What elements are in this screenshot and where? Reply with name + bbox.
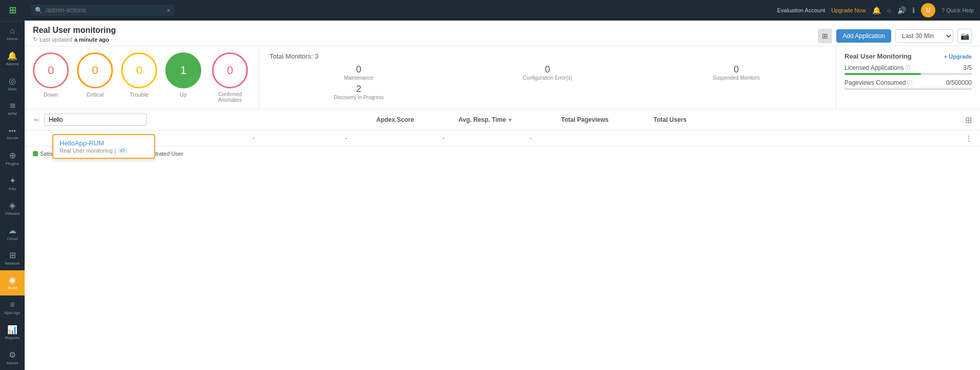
app-logo: ⊞ xyxy=(0,0,25,22)
quick-help[interactable]: ? Quick Help xyxy=(941,7,974,13)
network-icon: ⊞ xyxy=(9,250,16,260)
sidebar-item-k8s[interactable]: ✦ K8s xyxy=(0,171,25,195)
status-card-down: 0 Down xyxy=(33,52,69,103)
sidebar: ⊞ ⌂ Home 🔔 Alarms ◎ Web ≋ APM ▪▪▪ Server… xyxy=(0,0,25,370)
rum-licensed-label: Licensed Applications ⓘ xyxy=(844,64,910,71)
sidebar-item-applogs[interactable]: ≡ AppLogs xyxy=(0,295,25,320)
licensed-info-icon[interactable]: ⓘ xyxy=(905,64,910,71)
logo-icon: ⊞ xyxy=(9,5,16,16)
down-circle: 0 xyxy=(33,52,69,88)
config-error-label: Configuration Error(s) xyxy=(523,75,572,81)
speaker-icon[interactable]: 🔊 xyxy=(897,6,906,14)
circle-icon[interactable]: ○ xyxy=(887,6,891,14)
columns-icon[interactable]: ⊞ xyxy=(965,115,972,125)
add-application-button[interactable]: Add Application xyxy=(836,29,891,43)
k8s-icon: ✦ xyxy=(9,176,16,186)
pageviews-info-icon[interactable]: ⓘ xyxy=(907,79,912,86)
search-clear-icon[interactable]: ✕ xyxy=(166,8,170,13)
bell-icon[interactable]: 🔔 xyxy=(872,6,881,14)
col-header-apdex: Apdex Score xyxy=(376,116,458,123)
sidebar-item-cloud[interactable]: ☁ Cloud xyxy=(0,220,25,245)
refresh-icon[interactable]: ↻ xyxy=(33,36,37,43)
rum-info-title-text: Real User Monitoring xyxy=(844,52,912,60)
upgrade-link[interactable]: Upgrade Now xyxy=(831,7,866,13)
maintenance-label: Maintenance xyxy=(344,75,373,81)
col-header-users: Total Users xyxy=(654,116,736,123)
sidebar-label-cloud: Cloud xyxy=(7,237,18,241)
suggestion-name: HelloApp-RUM xyxy=(60,139,148,147)
app-search-input[interactable] xyxy=(44,114,147,126)
grid-toggle-button[interactable]: ⊞ xyxy=(818,29,832,43)
monitor-maintenance: 0 Maintenance xyxy=(270,64,448,81)
suggestion-sub: Real User monitoring | 🏷 xyxy=(60,147,148,154)
col-header-resp-time[interactable]: Avg. Resp. Time ▼ xyxy=(458,116,561,123)
row-resp-time: - xyxy=(295,135,397,142)
web-icon: ◎ xyxy=(9,76,16,86)
topbar: 🔍 ✕ Evaluation Account Upgrade Now 🔔 ○ 🔊… xyxy=(25,0,980,21)
sidebar-label-rum: RUM xyxy=(8,286,17,290)
time-filter-select[interactable]: Last 30 Min Last 1 Hour Last 24 Hours xyxy=(895,29,953,43)
suggestion-item-helloapp[interactable]: HelloApp-RUM Real User monitoring | 🏷 xyxy=(53,135,154,158)
sidebar-item-home[interactable]: ⌂ Home xyxy=(0,22,25,46)
home-icon: ⌂ xyxy=(10,26,15,35)
suspended-value: 0 xyxy=(734,64,739,75)
col-header-pageviews: Total Pageviews xyxy=(561,116,654,123)
eval-text: Evaluation Account xyxy=(777,7,825,13)
sidebar-item-network[interactable]: ⊞ Network xyxy=(0,246,25,270)
sidebar-item-reports[interactable]: 📊 Reports xyxy=(0,320,25,345)
help-icon: ? xyxy=(941,7,945,13)
up-value: 1 xyxy=(180,64,186,77)
sidebar-item-admin[interactable]: ⚙ Admin xyxy=(0,345,25,370)
plugins-icon: ⊕ xyxy=(9,151,16,160)
monitor-suspended: 0 Suspended Monitors xyxy=(647,64,825,81)
monitors-title: Total Monitors: 3 xyxy=(270,52,825,60)
anomaly-value: 0 xyxy=(227,64,233,77)
trouble-circle: 0 xyxy=(121,52,157,88)
sidebar-item-apm[interactable]: ≋ APM xyxy=(0,96,25,121)
rum-info-section: Real User Monitoring + Upgrade Licensed … xyxy=(836,46,980,109)
rum-pageviews-row: Pageviews Consumed ⓘ 0/500000 xyxy=(844,79,972,86)
back-button[interactable]: ← xyxy=(33,114,44,125)
apm-icon: ≋ xyxy=(9,101,16,110)
applogs-icon: ≡ xyxy=(10,300,14,309)
sidebar-label-vmware: VMware xyxy=(5,212,20,216)
search-input[interactable] xyxy=(46,7,148,14)
status-card-critical: 0 Critical xyxy=(77,52,113,103)
sidebar-label-network: Network xyxy=(5,262,20,266)
status-card-anomaly: 0 Confirmed Anomalies xyxy=(209,52,251,103)
status-card-up: 1 Up xyxy=(165,52,201,103)
content-area: Real User monitoring ↻ Last updated a mi… xyxy=(25,21,980,370)
page-title-area: Real User monitoring ↻ Last updated a mi… xyxy=(33,26,116,46)
config-error-value: 0 xyxy=(545,64,550,75)
rum-icon: ◉ xyxy=(9,275,16,285)
server-icon: ▪▪▪ xyxy=(9,127,16,135)
sidebar-item-plugins[interactable]: ⊕ Plugins xyxy=(0,146,25,171)
sidebar-item-web[interactable]: ◎ Web xyxy=(0,71,25,96)
search-box[interactable]: 🔍 ✕ xyxy=(31,5,175,16)
anomaly-label: Confirmed Anomalies xyxy=(209,91,251,103)
sidebar-label-home: Home xyxy=(7,37,17,41)
rum-licensed-value: 3/5 xyxy=(963,64,972,71)
row-apdex: - xyxy=(213,135,295,142)
sidebar-item-server[interactable]: ▪▪▪ Server xyxy=(0,121,25,145)
info-icon[interactable]: ℹ xyxy=(912,6,915,14)
sort-arrow-icon: ▼ xyxy=(508,117,513,123)
sidebar-label-plugins: Plugins xyxy=(6,162,19,166)
up-label: Up xyxy=(180,91,187,98)
topbar-right: Evaluation Account Upgrade Now 🔔 ○ 🔊 ℹ U… xyxy=(777,3,974,17)
sidebar-label-reports: Reports xyxy=(5,336,20,340)
rum-upgrade-link[interactable]: + Upgrade xyxy=(944,53,972,60)
sidebar-item-alarms[interactable]: 🔔 Alarms xyxy=(0,46,25,71)
sidebar-label-k8s: K8s xyxy=(9,187,16,191)
sidebar-label-server: Server xyxy=(6,136,18,140)
critical-value: 0 xyxy=(92,64,98,77)
last-updated: ↻ Last updated a minute ago xyxy=(33,36,116,43)
monitor-config-error: 0 Configuration Error(s) xyxy=(458,64,637,81)
page-title: Real User monitoring xyxy=(33,26,116,35)
alarms-icon: 🔔 xyxy=(7,51,17,61)
avatar[interactable]: U xyxy=(921,3,935,17)
sidebar-item-rum[interactable]: ◉ RUM xyxy=(0,270,25,295)
sidebar-label-admin: Admin xyxy=(7,361,18,365)
sidebar-item-vmware[interactable]: ◈ VMware xyxy=(0,196,25,220)
screenshot-button[interactable]: 📷 xyxy=(957,29,972,43)
